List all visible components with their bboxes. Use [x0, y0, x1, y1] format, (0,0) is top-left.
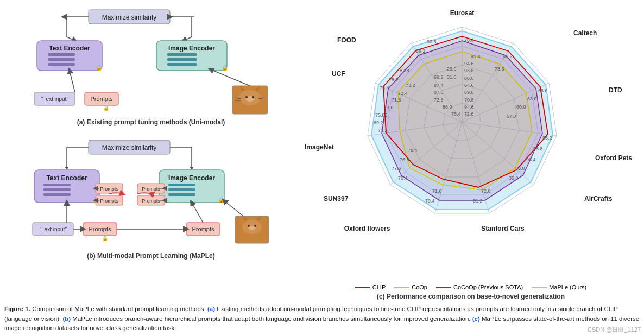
svg-point-21 — [252, 96, 254, 98]
prompts-b-2: Prompts — [100, 198, 118, 204]
legend-maple-label: MaPLe (Ours) — [549, 284, 586, 290]
right-panel: Eurosat Caltech DTD Oxford Pets AirCraft… — [298, 5, 640, 300]
val-pets3: 96.4 — [526, 157, 536, 162]
diagram-b-svg: Maximize similarity Text Encoder 🔒 Image… — [4, 136, 298, 261]
svg-rect-14 — [167, 63, 197, 66]
val-eur7: 70.8 — [464, 97, 474, 103]
label-oxford-pets: Oxford Pets — [595, 154, 632, 162]
svg-rect-41 — [168, 184, 195, 186]
val-pets2: 95.8 — [533, 146, 543, 151]
val-eur10: 75.4 — [451, 111, 461, 117]
svg-point-20 — [245, 96, 248, 98]
lock-image-b: 🔒 — [218, 197, 225, 204]
val-eur6: 69.8 — [464, 90, 474, 95]
val-sun1: 70.4 — [398, 175, 408, 181]
footer-paragraph: Figure 1. Comparison of MaPLe with stand… — [4, 306, 639, 331]
label-oxford-flowers: Oxford flowers — [344, 225, 390, 232]
svg-rect-39 — [43, 193, 71, 196]
val-cars1: 72.8 — [481, 188, 491, 194]
val-in1: 75.2 — [378, 128, 388, 133]
val-flowers2: 79.4 — [425, 198, 435, 204]
val-eur8: 94.6 — [464, 104, 474, 110]
lock-image-a: 🔒 — [222, 64, 229, 71]
legend-clip-label: CLIP — [372, 284, 386, 290]
lock-text-a: 🔒 — [96, 64, 103, 71]
val-in5: 71.6 — [392, 97, 401, 103]
label-sun397: SUN397 — [324, 195, 349, 203]
svg-line-28 — [70, 71, 75, 92]
val-caltech2: 73.8 — [495, 66, 504, 72]
lock-prompts-a: 🔒 — [103, 105, 110, 111]
radar-container: Eurosat Caltech DTD Oxford Pets AirCraft… — [302, 5, 640, 282]
svg-rect-43 — [168, 193, 195, 196]
prompts-b-4: Prompts — [142, 198, 160, 204]
val-eur3: 93.8 — [464, 68, 474, 73]
caption-a: (a) Existing prompt tuning methods (Uni-… — [4, 118, 298, 126]
image-encoder-a: Image Encoder — [168, 45, 215, 52]
val-eur9: 72.6 — [464, 111, 474, 117]
svg-point-57 — [248, 225, 250, 227]
val-ucf3: 87.8 — [400, 68, 409, 73]
svg-rect-37 — [43, 184, 71, 186]
image-encoder-b: Image Encoder — [168, 174, 215, 182]
svg-marker-32 — [65, 167, 69, 170]
val-eur16: 31.0 — [447, 74, 457, 80]
legend-coop: CoOp — [394, 284, 427, 290]
val-in2: 69.2 — [374, 120, 383, 125]
val-eur5: 64.6 — [464, 83, 474, 88]
prompts-b-3: Prompts — [142, 186, 160, 192]
svg-marker-35 — [190, 167, 194, 170]
val-dtd2: 63.0 — [527, 96, 537, 102]
legend-row: CLIP CoOp CoCoOp (Previous SOTA) MaPLe (… — [355, 284, 586, 290]
label-food: FOOD — [337, 36, 356, 44]
maximize-b-label: Maximize similarity — [102, 144, 157, 151]
val-air1: 33.0 — [515, 166, 525, 171]
prompts-b-1: Prompts — [100, 186, 118, 192]
caption-b: (b) Multi-modal Prompt Learning (MaPLe) — [4, 252, 298, 260]
val-ucf1: 75.4 — [380, 85, 389, 91]
val-in6: 72.4 — [398, 91, 408, 96]
val-sun4: 78.4 — [408, 148, 418, 153]
svg-line-5 — [67, 37, 75, 41]
legend-clip: CLIP — [355, 284, 386, 290]
coop-line — [394, 287, 409, 288]
legend-cocoop: CoCoOp (Previous SOTA) — [436, 284, 523, 290]
svg-rect-42 — [168, 188, 195, 191]
label-stanford: Stanford Cars — [481, 225, 525, 232]
diagram-b: Maximize similarity Text Encoder 🔒 Image… — [4, 136, 298, 261]
val-eur13: 87.8 — [434, 90, 444, 95]
val-pets1: 95.2 — [542, 135, 552, 141]
label-aircrafts: AirCrafts — [584, 195, 613, 203]
svg-rect-10 — [48, 63, 75, 66]
val-dtd1: 66.0 — [538, 88, 548, 93]
val-caltech: 96.2 — [503, 54, 513, 59]
label-caltech: Caltech — [573, 29, 597, 37]
svg-line-6 — [184, 37, 192, 41]
maximize-a-label: Maximize similarity — [102, 14, 157, 21]
val-air2: 35.0 — [509, 175, 519, 181]
val-eur15: 69.2 — [434, 74, 444, 80]
val-eur17: 29.0 — [447, 66, 457, 72]
val-flowers1: 71.6 — [432, 188, 442, 194]
svg-rect-13 — [167, 58, 197, 61]
radar-svg: Eurosat Caltech DTD Oxford Pets AirCraft… — [302, 5, 639, 244]
text-encoder-b: Text Encoder — [46, 174, 87, 182]
svg-point-58 — [254, 225, 256, 227]
legend-coop-label: CoOp — [412, 284, 427, 290]
prompts-a: Prompts — [91, 96, 113, 102]
text-encoder-a: Text Encoder — [49, 45, 90, 52]
maple-line — [532, 287, 547, 288]
val-in7: 73.2 — [406, 83, 415, 88]
val-eur14: 87.4 — [434, 83, 444, 88]
val-eur1: 95.4 — [471, 54, 481, 59]
val-food2: 90.6 — [427, 39, 437, 45]
watermark: CSDN @日出_1127 — [588, 325, 641, 334]
val-eurosat-1: 78.4 — [464, 37, 474, 43]
clip-line — [355, 287, 370, 288]
val-eur2: 94.6 — [464, 61, 474, 66]
diagram-a: Maximize similarity Text Encoder 🔒 — [4, 5, 298, 130]
legend-cocoop-label: CoCoOp (Previous SOTA) — [453, 284, 523, 290]
svg-rect-9 — [48, 58, 75, 61]
val-eur12: 72.6 — [434, 97, 444, 103]
val-sun2: 77.6 — [392, 166, 401, 171]
